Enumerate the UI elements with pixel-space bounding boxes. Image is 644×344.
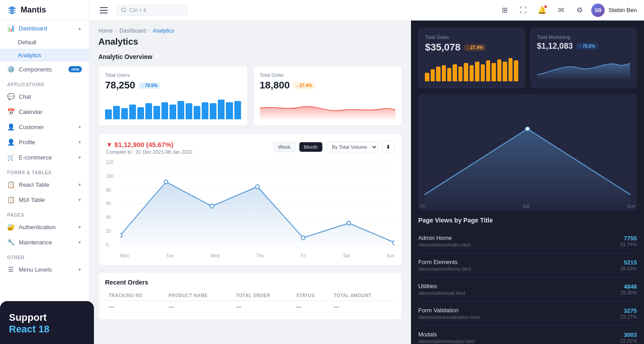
svg-point-16 bbox=[256, 185, 259, 189]
user-menu[interactable]: SB Stebin Ben bbox=[591, 4, 637, 17]
sidebar-item-maintenance[interactable]: 🔧 Maintenance ▼ bbox=[0, 235, 89, 250]
page-views-title: Page Views by Page Title bbox=[418, 217, 637, 224]
sidebar-item-profile[interactable]: 👤 Profile ▼ bbox=[0, 134, 89, 150]
sidebar-label-chat: Chat bbox=[19, 93, 31, 100]
bar bbox=[218, 100, 225, 119]
sidebar-item-default[interactable]: Default bbox=[0, 36, 89, 49]
breadcrumb-sep2: / bbox=[148, 28, 150, 34]
settings-button[interactable]: ⚙ bbox=[572, 3, 587, 17]
breadcrumb-dashboard[interactable]: Dashboard bbox=[119, 28, 146, 34]
page-views-section: Page Views by Page Title Admin Home /dem… bbox=[418, 217, 637, 344]
sidebar-logo[interactable]: Mantis bbox=[0, 0, 89, 21]
stat-card-users: Total Users 78,250 ↑ 70.5% bbox=[98, 66, 248, 126]
stat-label-users: Total Users bbox=[105, 72, 241, 78]
income-compare: Compare to : 01 Dec 2021-08 Jan 2022 bbox=[106, 149, 192, 155]
sidebar-label-customer: Customer bbox=[19, 124, 44, 130]
sidebar-item-ecommerce[interactable]: 🛒 E-commerce ▼ bbox=[0, 150, 89, 165]
user-name: Stebin Ben bbox=[608, 7, 637, 13]
sidebar-item-dashboard[interactable]: 📊 Dashboard ▲ bbox=[0, 21, 89, 36]
sidebar-item-authentication[interactable]: 🔐 Authentication ▼ bbox=[0, 219, 89, 235]
fullscreen-button[interactable]: ⛶ bbox=[516, 3, 530, 17]
svg-point-15 bbox=[210, 204, 213, 208]
sidebar-label-maintenance: Maintenance bbox=[19, 239, 52, 246]
bar bbox=[178, 101, 184, 119]
sales-bar-chart bbox=[425, 57, 518, 81]
bar bbox=[194, 106, 200, 119]
bar bbox=[105, 109, 112, 119]
download-button[interactable]: ⬇ bbox=[382, 141, 394, 153]
pv-item-1: Admin Home /demo/admin/index.html 7755 3… bbox=[418, 229, 637, 253]
stat-value-users: 78,250 bbox=[105, 80, 135, 91]
maintenance-chevron-icon: ▼ bbox=[77, 240, 82, 245]
components-badge: new bbox=[68, 66, 82, 72]
ecommerce-icon: 🛒 bbox=[7, 154, 14, 161]
sidebar-item-chat[interactable]: 💬 Chat bbox=[0, 89, 89, 104]
search-bar[interactable]: Ctrl + k bbox=[116, 5, 188, 16]
volume-select[interactable]: By Total Volume bbox=[326, 142, 378, 152]
income-controls: Week Month By Total Volume ⬇ bbox=[273, 141, 395, 153]
svg-point-13 bbox=[120, 233, 122, 237]
grid-button[interactable]: ⊞ bbox=[497, 3, 512, 17]
breadcrumb-home[interactable]: Home bbox=[98, 28, 113, 34]
sidebar-label-components: Components bbox=[19, 66, 52, 73]
breadcrumb-sep1: / bbox=[115, 28, 117, 34]
col-total-order: TOTAL ORDER bbox=[233, 290, 293, 301]
mantis-logo-icon bbox=[7, 5, 17, 15]
sidebar: Mantis 📊 Dashboard ▲ Default Analytics ⚙… bbox=[0, 0, 89, 344]
col-total-amount: TOTAL AMOUNT bbox=[330, 290, 395, 301]
calendar-icon: 📅 bbox=[7, 108, 14, 115]
react-table-chevron-icon: ▼ bbox=[77, 182, 82, 187]
svg-point-19 bbox=[393, 241, 394, 245]
sidebar-item-analytics[interactable]: Analytics bbox=[0, 49, 89, 62]
sidebar-item-calendar[interactable]: 📅 Calendar bbox=[0, 104, 89, 119]
income-overview-card: ▼ ▼ $1,12,900 (45.67%) $1,12,900 (45.67%… bbox=[98, 133, 402, 266]
recent-orders-card: Recent Orders TRACKING NO PRODUCT NAME T… bbox=[98, 272, 402, 320]
split-content: Home / Dashboard / Analytics Analytics A… bbox=[89, 21, 644, 344]
sidebar-item-menu-levels[interactable]: ☰ Menu Levels ▼ bbox=[0, 262, 89, 277]
svg-point-25 bbox=[525, 127, 530, 130]
topnav: Ctrl + k ⊞ ⛶ 🔔 ✉ ⚙ SB Stebin Ben bbox=[89, 0, 644, 21]
profile-icon: 👤 bbox=[7, 138, 14, 146]
sidebar-item-components[interactable]: ⚙️ Components new bbox=[0, 62, 89, 77]
ecommerce-chevron-icon: ▼ bbox=[77, 155, 82, 160]
hamburger-button[interactable] bbox=[97, 3, 111, 17]
sidebar-item-customer[interactable]: 👤 Customer ▼ bbox=[0, 119, 89, 134]
svg-rect-1 bbox=[100, 7, 108, 8]
mui-table-icon: 📋 bbox=[7, 196, 14, 203]
col-tracking: TRACKING NO bbox=[105, 290, 165, 301]
orders-area-chart bbox=[260, 95, 396, 119]
orders-table: TRACKING NO PRODUCT NAME TOTAL ORDER STA… bbox=[105, 290, 395, 313]
sidebar-label-react-table: React Table bbox=[19, 181, 49, 188]
section-label-forms-tables: Forms & Tables bbox=[0, 165, 89, 177]
sidebar-item-react-table[interactable]: 📋 React Table ▼ bbox=[0, 177, 89, 192]
support-line2: React 18 bbox=[9, 323, 85, 335]
income-dark-svg bbox=[424, 101, 631, 204]
profile-chevron-icon: ▼ bbox=[77, 140, 82, 145]
support-toast[interactable]: Support React 18 bbox=[0, 301, 89, 344]
breadcrumb: Home / Dashboard / Analytics bbox=[98, 28, 402, 34]
notifications-button[interactable]: 🔔 bbox=[535, 3, 549, 17]
bar bbox=[226, 102, 233, 120]
stat-badge-orders: ↓ 27.4% bbox=[293, 82, 315, 89]
auth-chevron-icon: ▼ bbox=[77, 225, 82, 230]
user-avatar: SB bbox=[591, 4, 605, 17]
messages-button[interactable]: ✉ bbox=[554, 3, 568, 17]
menu-levels-chevron-icon: ▼ bbox=[77, 267, 82, 272]
week-button[interactable]: Week bbox=[273, 142, 296, 152]
section-label-other: Other bbox=[0, 250, 89, 262]
income-dark-chart: Fri Sat Sun bbox=[418, 94, 637, 210]
sidebar-label-default: Default bbox=[18, 39, 36, 46]
pv-item-4: Form Validation /demo/admin/validation.h… bbox=[418, 302, 637, 326]
bar bbox=[137, 107, 144, 120]
stat-card-marketing: Total Marketing $1,12,083 ↑ 70.5% bbox=[530, 28, 637, 88]
sidebar-item-mui-table[interactable]: 📋 MUI Table ▼ bbox=[0, 192, 89, 207]
month-button[interactable]: Month bbox=[299, 142, 323, 152]
col-product: PRODUCT NAME bbox=[165, 290, 233, 301]
pv-item-5: Modals /demo/admin/modals.html 3003 22.2… bbox=[418, 326, 637, 344]
sidebar-label-authentication: Authentication bbox=[19, 224, 55, 231]
svg-point-17 bbox=[301, 236, 305, 240]
dashboard-chevron-icon: ▲ bbox=[77, 26, 82, 31]
components-icon: ⚙️ bbox=[7, 66, 14, 73]
customer-icon: 👤 bbox=[7, 123, 14, 130]
sidebar-label-ecommerce: E-commerce bbox=[19, 154, 52, 161]
